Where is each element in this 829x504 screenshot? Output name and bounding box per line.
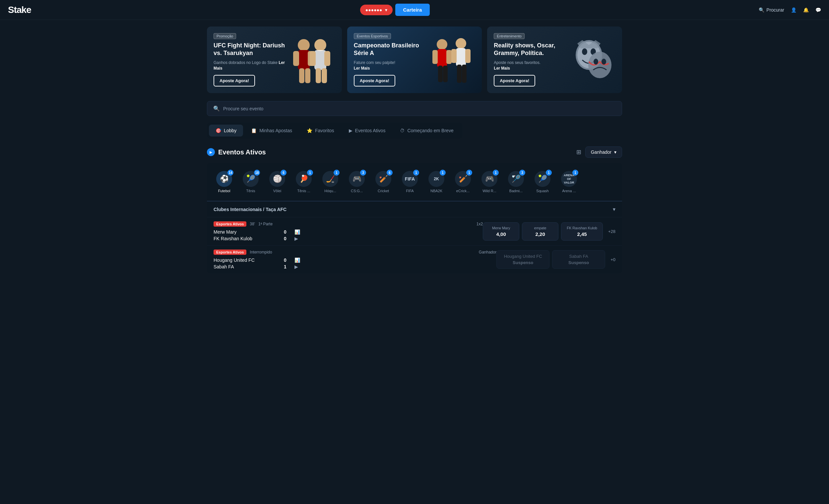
odds-button-merw-1[interactable]: Merw Mary 4,00 [483, 222, 519, 240]
svg-rect-23 [462, 65, 467, 83]
svg-point-26 [582, 48, 587, 55]
banner-entertainment-button[interactable]: Aposte Agora! [494, 75, 535, 86]
svg-rect-11 [322, 68, 327, 83]
banner-soccer-button[interactable]: Aposte Agora! [354, 75, 395, 86]
badminton-icon-wrapper: 🏸 3 [508, 171, 524, 187]
tenis-icon: 🎾 [246, 175, 255, 183]
search-bar: 🔍 [207, 101, 622, 116]
chevron-down-icon: ▾ [614, 149, 616, 155]
search-input[interactable] [223, 106, 616, 111]
stats-icon: 📊 [294, 229, 300, 235]
wallet-button[interactable]: Carteira [395, 4, 430, 16]
sport-tenis[interactable]: 🎾 18 Tênis [239, 168, 263, 195]
main-content: Promoção UFC Fight Night: Dariush vs. Ts… [199, 20, 630, 280]
filter-dropdown[interactable]: Ganhador ▾ [585, 147, 622, 158]
user-icon[interactable]: 👤 [791, 7, 796, 12]
odds-button-hougang-2[interactable]: Sabah FA Suspenso [552, 250, 605, 269]
badminton-label: Badmi... [509, 189, 522, 193]
banner-ufc-button[interactable]: Aposte Agora! [214, 75, 255, 86]
more-bets-hougang[interactable]: +0 [610, 257, 615, 262]
sport-tenis-mesa[interactable]: 🏓 1 Tênis ... [292, 168, 316, 195]
search-icon: 🔍 [213, 105, 220, 112]
tenis-count: 18 [254, 170, 260, 176]
more-bets-merw[interactable]: +28 [608, 229, 615, 234]
tenis-mesa-count: 1 [307, 170, 313, 176]
sport-cricket[interactable]: 🏏 6 Cricket [371, 168, 395, 195]
grid-view-icon[interactable]: ⊞ [576, 149, 581, 156]
hoquei-count: 1 [334, 170, 339, 176]
lobby-icon: 🎯 [216, 128, 221, 133]
svg-point-18 [456, 38, 466, 49]
video-icon: ▶ [294, 264, 298, 269]
sport-hoquei[interactable]: 🏒 1 Hóqu... [318, 168, 342, 195]
odds-container-merw: Merw Mary 4,00 empate 2,20 FK Ravshan Ku… [483, 222, 615, 240]
volei-icon-wrapper: 🏐 6 [269, 171, 285, 187]
nba2k-icon: 2K [434, 177, 439, 181]
sport-fifa[interactable]: FIFA 1 FIFA [398, 168, 422, 195]
wild-rift-icon-wrapper: 🎮 1 [481, 171, 497, 187]
odds-button-merw-draw[interactable]: empate 2,20 [522, 222, 558, 240]
sport-wild-rift[interactable]: 🎮 1 Wild R... [477, 168, 501, 195]
futebol-icon-wrapper: ⚽ 14 [216, 171, 232, 187]
search-icon: 🔍 [759, 7, 764, 12]
svg-rect-14 [432, 50, 438, 64]
sport-volei[interactable]: 🏐 6 Vôlei [265, 168, 289, 195]
csgo-count: 3 [360, 170, 366, 176]
hoquei-label: Hóqu... [324, 189, 336, 193]
event-hougang-info: Esportes Ativos Interrompido Ganhador Ho… [214, 249, 496, 269]
chevron-down-icon: ▾ [385, 7, 387, 12]
wild-rift-label: Wild R... [482, 189, 496, 193]
team-row-merw-mary: Merw Mary 0 📊 [214, 229, 483, 235]
tab-starting-soon[interactable]: ⏱ Começando em Breve [393, 125, 460, 137]
sport-csgo[interactable]: 🎮 3 CS:G... [345, 168, 369, 195]
category-clubes-internacionais: Clubes Internacionais / Taça AFC ▾ Espor… [207, 201, 622, 273]
sports-scroll[interactable]: ⚽ 14 Futebol 🎾 18 Tênis 🏐 6 Vôlei [207, 163, 622, 201]
nba2k-count: 1 [440, 170, 446, 176]
svg-rect-15 [446, 50, 452, 64]
banner-ufc-image [289, 33, 335, 86]
events-container: Clubes Internacionais / Taça AFC ▾ Espor… [207, 201, 622, 273]
soccer-players-illustration [430, 35, 473, 85]
futebol-icon: ⚽ [220, 175, 229, 183]
favorites-icon: ⭐ [307, 128, 312, 133]
sport-squash[interactable]: 🎾 1 Squash [531, 168, 554, 195]
svg-rect-9 [324, 51, 330, 66]
sport-ecricket[interactable]: 🏏 1 eCrick... [451, 168, 475, 195]
svg-point-12 [437, 39, 447, 50]
fifa-icon-wrapper: FIFA 1 [402, 171, 418, 187]
arena-valor-icon-wrapper: ARENAOFVALOR 1 [561, 171, 577, 187]
header: Stake ●●●●●● ▾ Carteira 🔍 Procurar 👤 🔔 💬 [0, 0, 829, 20]
sport-nba2k[interactable]: 2K 1 NBA2K [425, 168, 448, 195]
fifa-label: FIFA [406, 189, 413, 193]
team-row-sabah: Sabah FA 1 ▶ [214, 264, 496, 269]
tab-my-bets[interactable]: 📋 Minhas Apostas [244, 125, 299, 137]
category-header-clubes[interactable]: Clubes Internacionais / Taça AFC ▾ [207, 201, 622, 217]
search-container: 🔍 [207, 101, 622, 116]
tenis-label: Tênis [246, 189, 255, 193]
sport-futebol[interactable]: ⚽ 14 Futebol [212, 168, 236, 195]
banner-entertainment-image [569, 33, 615, 86]
svg-rect-10 [316, 68, 321, 83]
hoquei-icon-wrapper: 🏒 1 [322, 171, 338, 187]
header-right: 🔍 Procurar 👤 🔔 💬 [759, 7, 821, 12]
sport-arena-valor[interactable]: ARENAOFVALOR 1 Arena ... [557, 168, 581, 195]
svg-rect-5 [305, 68, 311, 83]
odds-button-hougang-1[interactable]: Hougang United FC Suspenso [496, 250, 549, 269]
team-sabah-icons: ▶ [294, 264, 298, 269]
my-bets-icon: 📋 [251, 128, 257, 133]
sport-badminton[interactable]: 🏸 3 Badmi... [504, 168, 528, 195]
notifications-icon[interactable]: 🔔 [803, 7, 809, 12]
chat-icon[interactable]: 💬 [816, 7, 821, 12]
tenis-mesa-icon: 🏓 [299, 175, 309, 183]
video-icon: ▶ [294, 236, 298, 241]
category-chevron-icon: ▾ [613, 206, 615, 212]
odds-button-merw-2[interactable]: FK Ravshan Kulob 2,45 [561, 222, 603, 240]
banner-ufc-title: UFC Fight Night: Dariush vs. Tsarukyan [214, 42, 289, 57]
currency-selector[interactable]: ●●●●●● ▾ [360, 5, 393, 15]
search-button[interactable]: 🔍 Procurar [759, 7, 784, 12]
banner-soccer-badge: Eventos Esportivos [354, 33, 391, 39]
tab-lobby[interactable]: 🎯 Lobby [209, 125, 243, 137]
tab-favorites[interactable]: ⭐ Favoritos [300, 125, 341, 137]
live-badge-merw: Esportes Ativos [214, 221, 246, 227]
tab-active-events[interactable]: ▶ Eventos Ativos [342, 125, 392, 137]
